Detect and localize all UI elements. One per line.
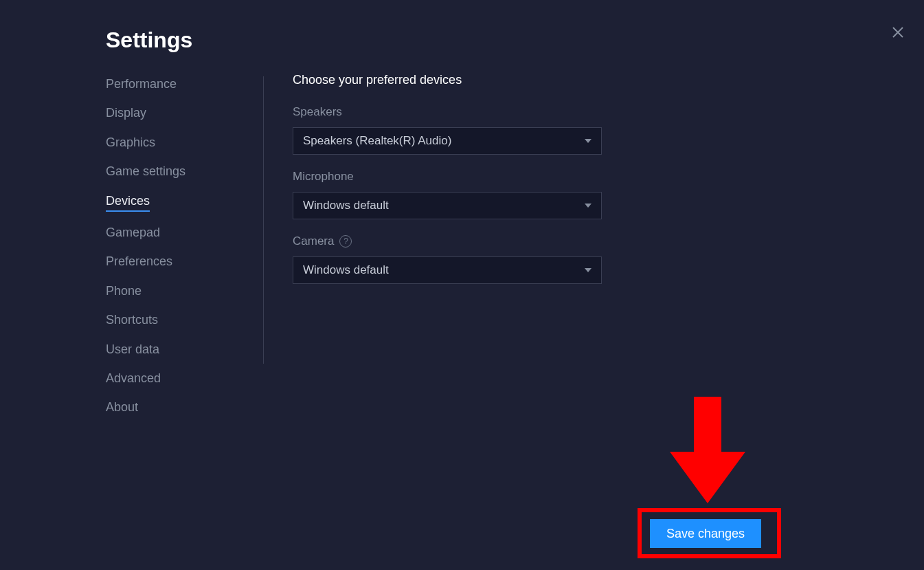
sidebar-item-phone[interactable]: Phone — [106, 283, 142, 299]
sidebar-item-graphics[interactable]: Graphics — [106, 135, 155, 151]
sidebar-item-devices[interactable]: Devices — [106, 193, 150, 212]
speakers-dropdown[interactable]: Speakers (Realtek(R) Audio) — [293, 127, 602, 155]
page-title: Settings — [106, 28, 192, 53]
microphone-dropdown-value: Windows default — [303, 199, 389, 212]
camera-field-group: Camera ? Windows default — [293, 234, 636, 284]
annotation-arrow-icon — [666, 397, 749, 507]
close-icon — [892, 26, 904, 39]
sidebar-item-preferences[interactable]: Preferences — [106, 254, 172, 270]
chevron-down-icon — [585, 268, 591, 272]
main-content: Choose your preferred devices Speakers S… — [293, 73, 636, 299]
sidebar: Performance Display Graphics Game settin… — [106, 76, 264, 364]
sidebar-item-gamepad[interactable]: Gamepad — [106, 225, 160, 241]
camera-dropdown[interactable]: Windows default — [293, 256, 602, 284]
sidebar-item-game-settings[interactable]: Game settings — [106, 164, 185, 179]
camera-label: Camera ? — [293, 234, 636, 248]
microphone-dropdown[interactable]: Windows default — [293, 192, 602, 219]
speakers-field-group: Speakers Speakers (Realtek(R) Audio) — [293, 105, 636, 155]
sidebar-item-user-data[interactable]: User data — [106, 342, 159, 358]
sidebar-item-shortcuts[interactable]: Shortcuts — [106, 312, 158, 328]
chevron-down-icon — [585, 139, 591, 143]
speakers-dropdown-value: Speakers (Realtek(R) Audio) — [303, 134, 451, 148]
chevron-down-icon — [585, 204, 591, 208]
microphone-field-group: Microphone Windows default — [293, 170, 636, 219]
help-icon[interactable]: ? — [339, 235, 352, 248]
sidebar-item-performance[interactable]: Performance — [106, 76, 177, 92]
speakers-label: Speakers — [293, 105, 636, 119]
sidebar-item-display[interactable]: Display — [106, 105, 146, 121]
camera-label-text: Camera — [293, 234, 334, 248]
sidebar-item-advanced[interactable]: Advanced — [106, 371, 161, 386]
section-heading: Choose your preferred devices — [293, 73, 636, 87]
microphone-label: Microphone — [293, 170, 636, 184]
save-changes-button[interactable]: Save changes — [650, 519, 761, 548]
sidebar-item-about[interactable]: About — [106, 399, 138, 415]
close-button[interactable] — [890, 24, 906, 41]
camera-dropdown-value: Windows default — [303, 263, 389, 277]
